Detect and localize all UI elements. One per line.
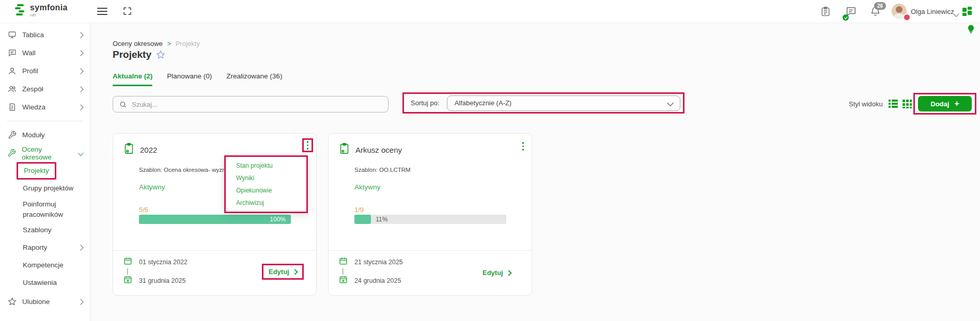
- favorite-star-icon[interactable]: [156, 50, 165, 59]
- card-footer-divider: [113, 250, 316, 251]
- card-context-menu: Stan projektu Wyniki Opiekunowie Archiwi…: [224, 155, 308, 213]
- project-ratio: 1/9: [354, 206, 364, 214]
- sort-highlight-box: Sortuj po: Alfabetycznie (A-Z): [402, 92, 685, 114]
- sidebar-subitem-label: Ustawienia: [23, 278, 57, 288]
- sort-selected-value: Alfabetycznie (A-Z): [455, 99, 512, 107]
- sidebar-item-moduly[interactable]: Moduły: [0, 126, 90, 144]
- hamburger-menu-icon[interactable]: [97, 8, 107, 15]
- user-menu-chevron-icon[interactable]: [954, 9, 958, 18]
- tab-aktualne[interactable]: Aktualne (2): [113, 72, 152, 86]
- page-title: Projekty: [113, 49, 165, 60]
- star-icon: [7, 297, 17, 306]
- messages-check-badge: [843, 14, 849, 21]
- edit-button[interactable]: Edytuj: [269, 268, 297, 276]
- user-name[interactable]: Olga Liniewicz: [911, 8, 954, 15]
- messages-icon[interactable]: [845, 6, 857, 19]
- add-button-label: Dodaj: [930, 100, 949, 108]
- date-separator: |: [342, 267, 344, 275]
- fullscreen-icon[interactable]: [123, 7, 132, 18]
- chevron-right-icon: [77, 299, 83, 304]
- tab-planowane[interactable]: Planowane (0): [167, 72, 212, 86]
- apps-grid-icon[interactable]: [962, 6, 972, 19]
- date-separator: |: [127, 267, 128, 275]
- sidebar-item-ulubione[interactable]: Ulubione: [0, 293, 90, 311]
- view-style-label: Styl widoku: [849, 100, 883, 108]
- page-title-text: Projekty: [113, 49, 151, 60]
- symfonia-logo: symfonia HR: [14, 4, 68, 18]
- grid-view-icon[interactable]: [902, 99, 912, 111]
- search-input[interactable]: [131, 100, 382, 109]
- sidebar-subitem-label: Grupy projektów: [23, 183, 73, 194]
- sidebar-item-label: Moduły: [22, 131, 45, 139]
- sidebar-item-tablica[interactable]: Tablica: [0, 26, 90, 44]
- tabs: Aktualne (2) Planowane (0) Zrealizowane …: [113, 72, 282, 86]
- profile-icon: [7, 67, 17, 75]
- projects-page: symfonia HR: [0, 0, 980, 321]
- chevron-right-icon: [77, 86, 83, 92]
- sidebar-item-profil[interactable]: Profil: [0, 62, 90, 80]
- card-menu-dots-icon[interactable]: [304, 140, 312, 151]
- sidebar-subitem-label: Kompetencje: [23, 260, 64, 270]
- chevron-right-icon: [77, 50, 83, 56]
- project-template: Szablon: OO.LCTRM: [354, 167, 517, 173]
- symfonia-logo-icon: [14, 4, 26, 17]
- menu-item-opiekunowie[interactable]: Opiekunowie: [236, 187, 306, 194]
- calendar-end-icon: [339, 275, 348, 286]
- sidebar-divider: [7, 121, 83, 121]
- chevron-right-icon: [506, 270, 511, 276]
- project-title: Arkusz oceny: [355, 146, 402, 154]
- project-start-date: 21 stycznia 2025: [354, 259, 403, 266]
- chevron-right-icon: [77, 104, 83, 110]
- sidebar-item-zespol[interactable]: Zespół: [0, 80, 90, 98]
- sidebar-subitem-poinformuj-pracownikow[interactable]: Poinformuj pracowników: [0, 197, 79, 221]
- menu-item-stan-projektu[interactable]: Stan projektu: [236, 162, 306, 169]
- top-header: symfonia HR: [0, 0, 980, 23]
- breadcrumb-parent[interactable]: Oceny okresowe: [113, 40, 163, 47]
- sidebar-subitem-szablony[interactable]: Szablony: [0, 221, 90, 239]
- add-button[interactable]: Dodaj +: [918, 96, 972, 111]
- notifications-bell-icon[interactable]: 26: [870, 6, 881, 19]
- sidebar-subitem-projekty[interactable]: Projekty: [0, 162, 90, 180]
- search-box: [113, 96, 388, 113]
- chevron-right-icon: [77, 32, 83, 38]
- list-view-icon[interactable]: [888, 99, 898, 111]
- sidebar-item-wall[interactable]: Wall: [0, 44, 90, 62]
- sidebar-item-label: Profil: [22, 67, 38, 75]
- sidebar-subitem-raporty[interactable]: Raporty: [0, 239, 90, 256]
- hint-lightbulb-icon[interactable]: [967, 25, 975, 36]
- sidebar: Tablica Wall Profil: [0, 23, 90, 321]
- edit-button[interactable]: Edytuj: [483, 269, 511, 277]
- chevron-right-icon: [77, 245, 83, 250]
- sort-select[interactable]: Alfabetycznie (A-Z): [447, 95, 680, 111]
- project-card-2022: 2022 Szablon: Ocena okresowa- wyznaczan …: [113, 133, 317, 296]
- calendar-start-icon: [339, 256, 348, 267]
- edit-highlight-box: Edytuj: [262, 264, 304, 280]
- project-clipboard-icon: [123, 142, 134, 156]
- project-ratio: 5/5: [139, 206, 148, 214]
- card-menu-dots-icon[interactable]: [519, 141, 527, 152]
- calendar-start-icon: [123, 256, 132, 267]
- wrench-icon: [7, 131, 17, 139]
- sidebar-item-wiedza[interactable]: Wiedza: [0, 98, 90, 116]
- progress-bar: 11%: [354, 215, 506, 224]
- notification-count-badge: 26: [874, 2, 886, 10]
- tab-zrealizowane[interactable]: Zrealizowane (36): [226, 72, 282, 86]
- sidebar-item-label: Wall: [22, 49, 36, 57]
- menu-item-archiwizuj[interactable]: Archiwizuj: [236, 199, 306, 206]
- sidebar-subitem-label: Szablony: [23, 225, 52, 235]
- dots-highlight-box: [302, 138, 314, 152]
- project-end-date: 24 grudnia 2025: [354, 277, 401, 284]
- breadcrumb-separator: >: [167, 40, 171, 47]
- sidebar-item-oceny-okresowe[interactable]: Oceny okresowe: [0, 144, 90, 162]
- progress-fill: [139, 215, 291, 224]
- sidebar-subitem-grupy-projektow[interactable]: Grupy projektów: [0, 180, 90, 197]
- wrench-icon: [7, 149, 16, 157]
- menu-item-wyniki[interactable]: Wyniki: [236, 174, 306, 182]
- sidebar-subitem-kompetencje[interactable]: Kompetencje: [0, 256, 90, 274]
- sidebar-item-label: Oceny okresowe: [22, 146, 68, 161]
- sidebar-item-label: Ulubione: [22, 298, 50, 306]
- tasks-clipboard-icon[interactable]: [820, 6, 831, 19]
- chevron-down-icon: [78, 150, 84, 156]
- progress-fill: [354, 215, 371, 224]
- sidebar-subitem-ustawienia[interactable]: Ustawienia: [0, 274, 90, 292]
